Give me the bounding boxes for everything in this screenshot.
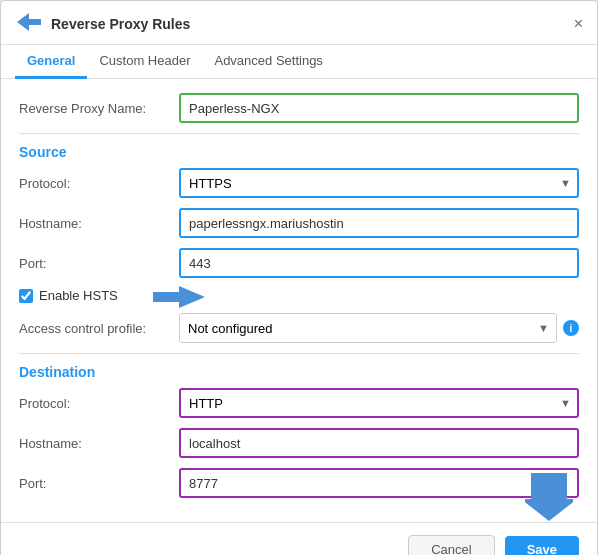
svg-marker-0	[17, 13, 41, 31]
access-control-row: Access control profile: Not configured ▼…	[19, 313, 579, 343]
svg-marker-1	[153, 286, 205, 308]
access-control-select[interactable]: Not configured	[179, 313, 557, 343]
enable-hsts-row: Enable HSTS	[19, 288, 579, 303]
access-control-select-wrapper: Not configured ▼	[179, 313, 557, 343]
dialog-body: Reverse Proxy Name: Source Protocol: HTT…	[1, 79, 597, 522]
dialog-container: Reverse Proxy Rules × General Custom Hea…	[0, 0, 598, 555]
dest-port-label: Port:	[19, 476, 179, 491]
source-hostname-label: Hostname:	[19, 216, 179, 231]
access-control-info-icon[interactable]: i	[563, 320, 579, 336]
dest-protocol-select-wrapper: HTTP HTTPS ▼	[179, 388, 579, 418]
access-control-label: Access control profile:	[19, 321, 179, 336]
enable-hsts-label: Enable HSTS	[39, 288, 118, 303]
dest-port-input[interactable]	[179, 468, 579, 498]
dest-protocol-row: Protocol: HTTP HTTPS ▼	[19, 388, 579, 418]
dialog-titlebar: Reverse Proxy Rules ×	[1, 1, 597, 45]
dest-hostname-label: Hostname:	[19, 436, 179, 451]
source-hostname-row: Hostname:	[19, 208, 579, 238]
dest-protocol-label: Protocol:	[19, 396, 179, 411]
source-hostname-input[interactable]	[179, 208, 579, 238]
close-button[interactable]: ×	[574, 16, 583, 32]
tabs-bar: General Custom Header Advanced Settings	[1, 45, 597, 79]
dest-hostname-input[interactable]	[179, 428, 579, 458]
proxy-name-row: Reverse Proxy Name:	[19, 93, 579, 123]
dialog-title: Reverse Proxy Rules	[15, 11, 190, 36]
tab-custom-header[interactable]: Custom Header	[87, 45, 202, 79]
proxy-name-input[interactable]	[179, 93, 579, 123]
proxy-name-label: Reverse Proxy Name:	[19, 101, 179, 116]
dest-port-row: Port:	[19, 468, 579, 498]
source-protocol-select-wrapper: HTTPS HTTP ▼	[179, 168, 579, 198]
source-protocol-label: Protocol:	[19, 176, 179, 191]
dest-hostname-row: Hostname:	[19, 428, 579, 458]
source-port-row: Port:	[19, 248, 579, 278]
tab-general[interactable]: General	[15, 45, 87, 79]
dialog-title-text: Reverse Proxy Rules	[51, 16, 190, 32]
source-section-title: Source	[19, 144, 579, 160]
cancel-button[interactable]: Cancel	[408, 535, 494, 555]
source-port-input[interactable]	[179, 248, 579, 278]
source-protocol-row: Protocol: HTTPS HTTP ▼	[19, 168, 579, 198]
dialog-footer: Cancel Save	[1, 522, 597, 555]
save-button[interactable]: Save	[505, 536, 579, 555]
source-port-label: Port:	[19, 256, 179, 271]
tab-advanced-settings[interactable]: Advanced Settings	[202, 45, 334, 79]
source-protocol-select[interactable]: HTTPS HTTP	[179, 168, 579, 198]
dest-protocol-select[interactable]: HTTP HTTPS	[179, 388, 579, 418]
enable-hsts-checkbox[interactable]	[19, 289, 33, 303]
destination-section-title: Destination	[19, 364, 579, 380]
title-arrow-icon	[15, 11, 43, 36]
